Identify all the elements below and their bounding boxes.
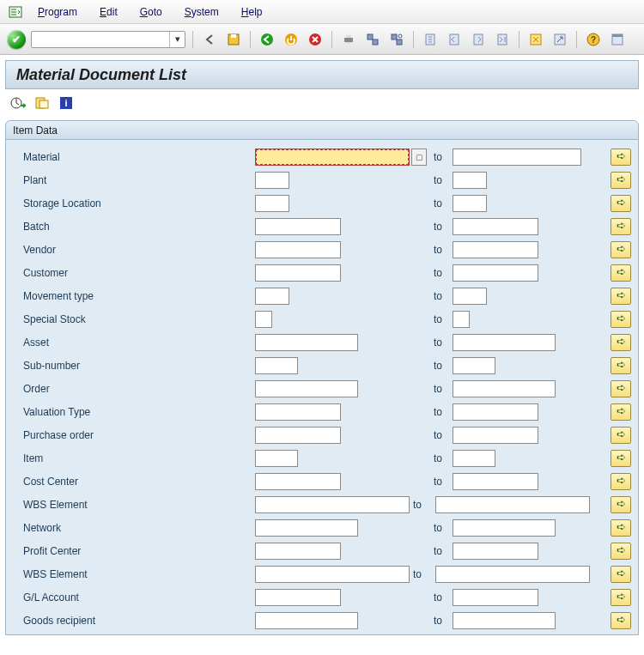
material-multiple-selection-button[interactable] xyxy=(611,149,631,166)
menu-edit[interactable]: Edit xyxy=(100,6,118,18)
goods-recipient-to-input[interactable] xyxy=(453,612,556,629)
to-label: to xyxy=(427,383,453,395)
valuation-type-to-input[interactable] xyxy=(453,403,538,421)
wbs-element-1-to-input[interactable] xyxy=(435,496,590,513)
asset-from-input[interactable] xyxy=(255,334,358,351)
wbs-element-1-multiple-selection-button[interactable] xyxy=(611,496,631,513)
next-page-icon[interactable] xyxy=(469,30,488,49)
menu-system[interactable]: System xyxy=(185,6,219,18)
movement-type-multiple-selection-button[interactable] xyxy=(611,288,631,305)
wbs-element-2-from-input[interactable] xyxy=(255,566,410,583)
valuation-type-multiple-selection-button[interactable] xyxy=(611,403,631,421)
purchase-order-from-input[interactable] xyxy=(255,427,341,444)
asset-to-input[interactable] xyxy=(453,334,556,351)
customer-to-input[interactable] xyxy=(453,264,538,282)
wbs-element-1-from-input[interactable] xyxy=(255,496,410,513)
vendor-to-input[interactable] xyxy=(453,241,538,258)
storage-location-to-input[interactable] xyxy=(453,195,487,212)
row-wbs-element-1: WBS Elementto xyxy=(23,493,631,516)
network-from-input[interactable] xyxy=(255,519,358,537)
item-multiple-selection-button[interactable] xyxy=(611,450,631,467)
gl-account-multiple-selection-button[interactable] xyxy=(611,589,631,606)
item-to-input[interactable] xyxy=(453,450,495,467)
movement-type-to-input[interactable] xyxy=(453,288,487,305)
find-next-icon[interactable] xyxy=(387,30,406,49)
vendor-multiple-selection-button[interactable] xyxy=(611,241,631,258)
material-to-input[interactable] xyxy=(453,149,581,166)
gl-account-from-input[interactable] xyxy=(255,589,341,606)
back-green-icon[interactable] xyxy=(258,30,276,49)
back-icon[interactable] xyxy=(200,30,219,49)
order-multiple-selection-button[interactable] xyxy=(611,380,631,397)
menu-bar: ProgramEditGotoSystemHelp xyxy=(0,0,644,24)
profit-center-multiple-selection-button[interactable] xyxy=(611,543,631,560)
command-dropdown-icon[interactable] xyxy=(169,32,185,47)
cost-center-from-input[interactable] xyxy=(255,473,341,490)
cancel-icon[interactable] xyxy=(306,30,325,49)
print-icon[interactable] xyxy=(339,30,358,49)
movement-type-from-input[interactable] xyxy=(255,288,289,305)
wbs-element-2-to-input[interactable] xyxy=(435,566,590,583)
help-icon[interactable]: ? xyxy=(584,30,603,49)
command-field[interactable] xyxy=(31,31,185,48)
network-to-input[interactable] xyxy=(453,519,556,537)
customer-multiple-selection-button[interactable] xyxy=(611,264,631,282)
plant-multiple-selection-button[interactable] xyxy=(611,172,631,189)
special-stock-multiple-selection-button[interactable] xyxy=(611,311,631,328)
sub-number-multiple-selection-button[interactable] xyxy=(611,357,631,374)
wbs-element-2-multiple-selection-button[interactable] xyxy=(611,566,631,583)
first-page-icon[interactable] xyxy=(421,30,440,49)
goods-recipient-multiple-selection-button[interactable] xyxy=(611,612,631,629)
sub-number-to-input[interactable] xyxy=(453,357,495,374)
batch-to-input[interactable] xyxy=(453,218,538,235)
execute-icon[interactable] xyxy=(9,94,27,112)
order-to-input[interactable] xyxy=(453,380,556,397)
profit-center-to-input[interactable] xyxy=(453,543,538,560)
last-page-icon[interactable] xyxy=(493,30,512,49)
svg-point-13 xyxy=(398,34,402,38)
goods-recipient-from-input[interactable] xyxy=(255,612,358,629)
purchase-order-multiple-selection-button[interactable] xyxy=(611,427,631,444)
menu-help[interactable]: Help xyxy=(241,6,263,18)
cost-center-multiple-selection-button[interactable] xyxy=(611,473,631,490)
plant-to-input[interactable] xyxy=(453,172,487,189)
special-stock-to-input[interactable] xyxy=(453,311,470,328)
sub-number-from-input[interactable] xyxy=(255,357,298,374)
asset-multiple-selection-button[interactable] xyxy=(611,334,631,351)
customer-from-input[interactable] xyxy=(255,264,341,282)
vendor-from-input[interactable] xyxy=(255,241,341,258)
storage-location-multiple-selection-button[interactable] xyxy=(611,195,631,212)
get-variant-icon[interactable] xyxy=(33,94,52,112)
order-from-input[interactable] xyxy=(255,380,358,397)
to-label: to xyxy=(410,499,435,511)
sap-menu-icon[interactable] xyxy=(9,5,22,18)
plant-from-input[interactable] xyxy=(255,172,289,189)
menu-goto[interactable]: Goto xyxy=(140,6,162,18)
save-icon[interactable] xyxy=(224,30,243,49)
layout-icon[interactable] xyxy=(608,30,627,49)
menu-program[interactable]: Program xyxy=(38,6,77,18)
find-icon[interactable] xyxy=(363,30,382,49)
item-from-input[interactable] xyxy=(255,450,298,467)
info-icon[interactable]: i xyxy=(57,94,76,112)
storage-location-from-input[interactable] xyxy=(255,195,289,212)
new-session-icon[interactable] xyxy=(526,30,545,49)
network-multiple-selection-button[interactable] xyxy=(611,519,631,537)
enter-button[interactable] xyxy=(7,30,26,49)
gl-account-to-input[interactable] xyxy=(453,589,538,606)
special-stock-from-input[interactable] xyxy=(255,311,272,328)
batch-multiple-selection-button[interactable] xyxy=(611,218,631,235)
exit-icon[interactable] xyxy=(282,30,301,49)
material-from-input[interactable] xyxy=(255,149,410,166)
row-special-stock: Special Stockto xyxy=(23,307,631,331)
material-f4-button[interactable] xyxy=(411,149,427,166)
profit-center-from-input[interactable] xyxy=(255,543,341,560)
to-label: to xyxy=(427,406,453,418)
prev-page-icon[interactable] xyxy=(445,30,464,49)
batch-from-input[interactable] xyxy=(255,218,341,235)
purchase-order-to-input[interactable] xyxy=(453,427,538,444)
cost-center-to-input[interactable] xyxy=(453,473,538,490)
shortcut-icon[interactable] xyxy=(550,30,569,49)
valuation-type-from-input[interactable] xyxy=(255,403,341,421)
label-plant: Plant xyxy=(23,174,255,186)
